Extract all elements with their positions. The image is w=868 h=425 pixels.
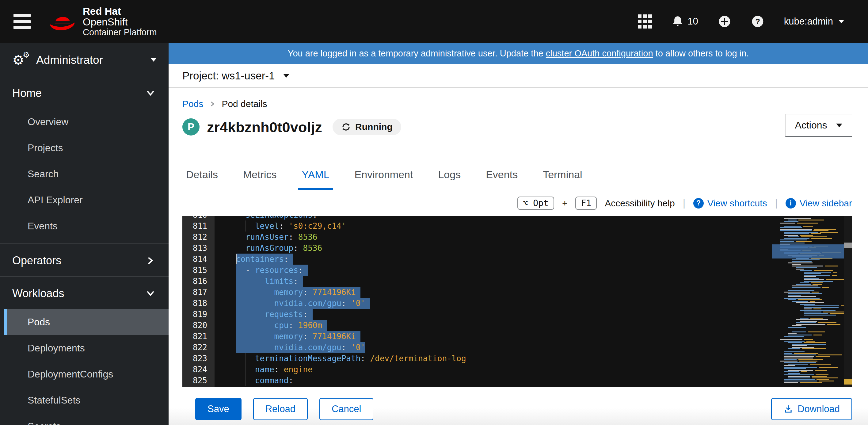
project-selector[interactable]: Project: ws1-user-1 <box>182 70 289 82</box>
app-launcher-button[interactable] <box>638 14 652 29</box>
breadcrumb-separator-icon <box>209 100 215 108</box>
line-number: 825 <box>182 375 215 386</box>
line-number: 813 <box>182 243 215 253</box>
user-menu[interactable]: kube:admin <box>784 16 844 27</box>
sidebar-item-events[interactable]: Events <box>0 213 168 239</box>
download-icon <box>783 404 793 414</box>
editor-line-825[interactable]: 825 command: <box>182 375 772 386</box>
editor-line-810[interactable]: 810 seLinuxOptions: <box>182 216 772 220</box>
kbd-plus: + <box>562 198 568 209</box>
line-number: 817 <box>182 287 215 298</box>
actions-label: Actions <box>795 120 827 131</box>
project-label: Project: ws1-user-1 <box>182 70 275 82</box>
save-button[interactable]: Save <box>195 398 242 420</box>
nav-group-workloads[interactable]: Workloads <box>0 277 168 309</box>
minimap-selection-band <box>772 244 844 259</box>
editor-cursor <box>236 254 237 264</box>
editor-line-822[interactable]: 822 nvidia.com/gpu: '0' <box>182 342 772 353</box>
tab-environment[interactable]: Environment <box>351 159 417 190</box>
tab-events[interactable]: Events <box>482 159 521 190</box>
editor-toolbar: ⌥ Opt + F1 Accessibility help | ? View s… <box>168 190 868 216</box>
chevron-right-icon <box>146 256 155 265</box>
perspective-switcher[interactable]: ⚙⚙ Administrator <box>0 43 168 77</box>
brand-line3: Container Platform <box>83 28 157 37</box>
sidebar-item-secrets[interactable]: Secrets <box>0 413 168 425</box>
question-circle-icon: ? <box>693 198 704 209</box>
line-number: 821 <box>182 331 215 342</box>
caret-down-icon <box>839 20 844 23</box>
login-banner: You are logged in as a temporary adminis… <box>168 43 868 64</box>
editor-line-824[interactable]: 824 name: engine <box>182 364 772 375</box>
editor-line-813[interactable]: 813 runAsGroup: 8536 <box>182 243 772 253</box>
line-number: 812 <box>182 232 215 243</box>
actions-button[interactable]: Actions <box>785 114 852 137</box>
sync-icon <box>341 122 351 132</box>
help-button[interactable]: ? <box>751 15 765 28</box>
info-circle-icon: i <box>785 198 796 209</box>
tab-details[interactable]: Details <box>182 159 222 190</box>
editor-lines[interactable]: 810 seLinuxOptions:811 level: 's0:c29,c1… <box>182 216 772 386</box>
download-button[interactable]: Download <box>771 398 852 420</box>
kbd-f1: F1 <box>575 196 597 210</box>
tab-logs[interactable]: Logs <box>434 159 464 190</box>
sidebar-item-pods[interactable]: Pods <box>4 309 168 335</box>
banner-text-after: to allow others to log in. <box>653 49 749 58</box>
line-number: 814 <box>182 253 215 265</box>
import-button[interactable] <box>718 15 731 28</box>
sidebar-item-deploymentconfigs[interactable]: DeploymentConfigs <box>0 361 168 387</box>
editor-line-817[interactable]: 817 memory: 7714196Ki <box>182 287 772 298</box>
sidebar-item-api-explorer[interactable]: API Explorer <box>0 187 168 213</box>
editor-line-814[interactable]: 814 containers: <box>182 253 772 265</box>
hamburger-menu-icon[interactable] <box>13 14 31 29</box>
sidebar-item-search[interactable]: Search <box>0 161 168 187</box>
nav-group-home[interactable]: Home <box>0 77 168 109</box>
editor-line-821[interactable]: 821 memory: 7714196Ki <box>182 331 772 342</box>
breadcrumb: PodsPod details <box>182 99 852 109</box>
svg-text:?: ? <box>755 17 760 26</box>
breadcrumb-pods[interactable]: Pods <box>182 99 203 109</box>
reload-button[interactable]: Reload <box>253 398 308 420</box>
sidebar-item-projects[interactable]: Projects <box>0 135 168 161</box>
scrollbar-handle[interactable] <box>844 243 852 248</box>
editor-line-812[interactable]: 812 runAsUser: 8536 <box>182 232 772 243</box>
cancel-button[interactable]: Cancel <box>319 398 374 420</box>
editor-line-818[interactable]: 818 nvidia.com/gpu: '0' <box>182 298 772 309</box>
editor-scrollbar[interactable] <box>844 216 852 387</box>
editor-line-816[interactable]: 816 limits: <box>182 276 772 287</box>
page-header: PodsPod details P zr4kbznh0t0voljz Runni… <box>168 88 868 159</box>
plus-circle-icon <box>718 15 731 28</box>
toolbar-separator: | <box>683 198 685 209</box>
toolbar-separator: | <box>775 198 777 209</box>
cluster-oauth-link[interactable]: cluster OAuth configuration <box>546 49 653 58</box>
tab-terminal[interactable]: Terminal <box>539 159 586 190</box>
masthead: Red Hat OpenShift Container Platform 10 <box>0 0 868 43</box>
page-title: zr4kbznh0t0voljz <box>207 119 322 135</box>
line-number: 820 <box>182 320 215 331</box>
editor-line-819[interactable]: 819 requests: <box>182 309 772 320</box>
editor-footer: Save Reload Cancel Download <box>168 387 868 425</box>
editor-line-820[interactable]: 820 cpu: 1960m <box>182 320 772 331</box>
view-shortcuts-link[interactable]: ? View shortcuts <box>693 198 767 209</box>
editor-line-811[interactable]: 811 level: 's0:c29,c14' <box>182 220 772 232</box>
main-content: You are logged in as a temporary adminis… <box>168 43 868 425</box>
caret-down-icon <box>836 124 842 127</box>
nav-group-operators[interactable]: Operators <box>0 244 168 276</box>
yaml-editor[interactable]: 810 seLinuxOptions:811 level: 's0:c29,c1… <box>182 216 852 387</box>
notifications-button[interactable]: 10 <box>672 15 698 28</box>
pod-resource-badge: P <box>182 118 199 135</box>
editor-minimap[interactable] <box>772 216 844 387</box>
editor-line-815[interactable]: 815 - resources: <box>182 265 772 276</box>
sidebar-item-overview[interactable]: Overview <box>0 109 168 135</box>
caret-down-icon <box>151 58 156 62</box>
view-sidebar-link[interactable]: i View sidebar <box>785 198 852 209</box>
redhat-openshift-logo[interactable]: Red Hat OpenShift Container Platform <box>48 6 157 37</box>
line-number: 823 <box>182 353 215 364</box>
sidebar-item-deployments[interactable]: Deployments <box>0 335 168 361</box>
line-number: 819 <box>182 309 215 320</box>
kbd-opt: ⌥ Opt <box>517 196 554 210</box>
tab-metrics[interactable]: Metrics <box>239 159 280 190</box>
line-number: 816 <box>182 276 215 287</box>
sidebar-item-statefulsets[interactable]: StatefulSets <box>0 387 168 413</box>
editor-line-823[interactable]: 823 terminationMessagePath: /dev/termina… <box>182 353 772 364</box>
tab-yaml[interactable]: YAML <box>298 159 333 190</box>
